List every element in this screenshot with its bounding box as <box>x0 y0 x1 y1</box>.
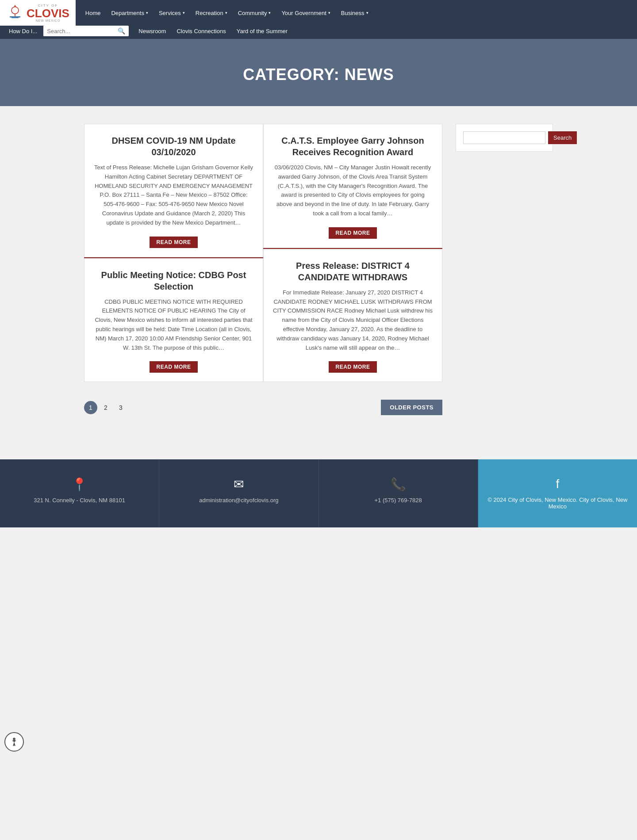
nav-yard-of-summer[interactable]: Yard of the Summer <box>232 26 292 36</box>
footer-social-col: f © 2024 City of Clovis, New Mexico. Cit… <box>478 459 637 527</box>
posts-col-right: C.A.T.S. Employee Garry Johnson Receives… <box>263 124 442 382</box>
older-posts-button[interactable]: OLDER POSTS <box>381 400 442 415</box>
nav-search-button[interactable]: 🔍 <box>114 26 129 36</box>
logo-name-text: CLOVIS <box>27 8 69 19</box>
nav-clovis-connections[interactable]: Clovis Connections <box>172 26 230 36</box>
post-1-read-more[interactable]: READ MORE <box>150 237 198 248</box>
post-4-title: Press Release: DISTRICT 4 CANDIDATE WITH… <box>272 260 433 283</box>
nav-community[interactable]: Community ▾ <box>233 4 276 22</box>
nav-your-government[interactable]: Your Government ▾ <box>276 4 335 22</box>
sidebar: Search <box>456 124 553 415</box>
page-2[interactable]: 2 <box>99 401 112 414</box>
page-1[interactable]: 1 <box>84 401 97 414</box>
nav-services[interactable]: Services ▾ <box>153 4 190 22</box>
main-content: DHSEM COVID-19 NM Update 03/10/2020 Text… <box>75 106 562 433</box>
sidebar-search-box: Search <box>456 124 553 152</box>
footer-columns: 📍 321 N. Connelly - Clovis, NM 88101 ✉ a… <box>0 459 637 527</box>
footer-address: 321 N. Connelly - Clovis, NM 88101 <box>34 497 125 504</box>
nav-search-wrap: 🔍 <box>43 26 129 36</box>
footer-email-col: ✉ administration@cityofclovis.org <box>159 459 318 527</box>
post-3-read-more[interactable]: READ MORE <box>329 227 377 239</box>
post-card-1: DHSEM COVID-19 NM Update 03/10/2020 Text… <box>84 124 263 257</box>
logo[interactable]: CITY OF CLOVIS NEW MEXICO <box>0 0 76 26</box>
post-card-2: Public Meeting Notice: CDBG Post Selecti… <box>84 258 263 382</box>
svg-rect-4 <box>10 16 20 17</box>
nav-how-do-i[interactable]: How Do I... <box>4 26 42 36</box>
svg-rect-5 <box>12 17 19 18</box>
post-2-excerpt: CDBG PUBLIC MEETING NOTICE WITH REQUIRED… <box>93 298 254 353</box>
post-4-excerpt: For Immediate Release: January 27, 2020 … <box>272 288 433 353</box>
posts-col-left: DHSEM COVID-19 NM Update 03/10/2020 Text… <box>84 124 263 382</box>
post-1-title: DHSEM COVID-19 NM Update 03/10/2020 <box>93 135 254 158</box>
posts-grid: DHSEM COVID-19 NM Update 03/10/2020 Text… <box>84 124 442 382</box>
footer: 📍 321 N. Connelly - Clovis, NM 88101 ✉ a… <box>0 459 637 527</box>
logo-state-text: NEW MEXICO <box>35 19 60 22</box>
footer-address-col: 📍 321 N. Connelly - Clovis, NM 88101 <box>0 459 159 527</box>
pagination: 1 2 3 OLDER POSTS <box>84 400 442 415</box>
nav-search-input[interactable] <box>43 26 114 36</box>
phone-icon: 📞 <box>391 477 406 492</box>
svg-marker-3 <box>14 5 16 7</box>
posts-area: DHSEM COVID-19 NM Update 03/10/2020 Text… <box>84 124 442 415</box>
nav-home[interactable]: Home <box>80 4 106 22</box>
post-3-title: C.A.T.S. Employee Garry Johnson Receives… <box>272 135 433 158</box>
nav-business[interactable]: Business ▾ <box>336 4 374 22</box>
sidebar-search-button[interactable]: Search <box>548 131 577 144</box>
footer-copyright: © 2024 City of Clovis, New Mexico. City … <box>487 496 628 510</box>
nav-newsroom[interactable]: Newsroom <box>134 26 170 36</box>
page-3[interactable]: 3 <box>114 401 127 414</box>
page-header: CATEGORY: NEWS <box>0 39 637 106</box>
footer-phone-col: 📞 +1 (575) 769-7828 <box>319 459 478 527</box>
post-4-read-more[interactable]: READ MORE <box>329 361 377 373</box>
post-card-4: Press Release: DISTRICT 4 CANDIDATE WITH… <box>263 249 442 382</box>
footer-email[interactable]: administration@cityofclovis.org <box>199 497 278 504</box>
page-numbers: 1 2 3 <box>84 401 127 414</box>
post-2-read-more[interactable]: READ MORE <box>150 361 198 373</box>
post-2-title: Public Meeting Notice: CDBG Post Selecti… <box>93 269 254 292</box>
email-icon: ✉ <box>234 477 244 492</box>
svg-point-0 <box>12 7 19 14</box>
footer-phone: +1 (575) 769-7828 <box>374 497 422 504</box>
post-card-3: C.A.T.S. Employee Garry Johnson Receives… <box>263 124 442 248</box>
main-nav: CITY OF CLOVIS NEW MEXICO Home Departmen… <box>0 0 637 39</box>
facebook-icon[interactable]: f <box>556 477 559 491</box>
sidebar-search-input[interactable] <box>463 131 545 144</box>
location-icon: 📍 <box>72 477 87 492</box>
nav-departments[interactable]: Departments ▾ <box>106 4 153 22</box>
post-3-excerpt: 03/06/2020 Clovis, NM – City Manager Jus… <box>272 163 433 218</box>
nav-recreation[interactable]: Recreation ▾ <box>190 4 233 22</box>
bottom-nav-row: How Do I... 🔍 Newsroom Clovis Connection… <box>0 26 637 39</box>
page-title: CATEGORY: NEWS <box>9 65 628 84</box>
post-1-excerpt: Text of Press Release: Michelle Lujan Gr… <box>93 163 254 228</box>
top-nav-menu: Home Departments ▾ Services ▾ Recreation… <box>76 4 378 22</box>
